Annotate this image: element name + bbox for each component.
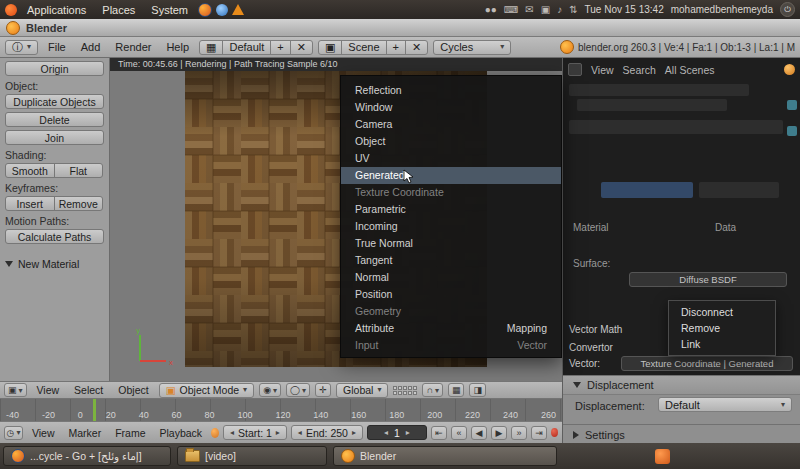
timeline-frame-menu[interactable]: Frame	[110, 427, 150, 439]
mail-tray-icon[interactable]: ✉	[525, 4, 533, 15]
timeline-marker-menu[interactable]: Marker	[63, 427, 106, 439]
view-menu[interactable]: View	[32, 384, 65, 396]
join-button[interactable]: Join	[5, 130, 104, 145]
layers-grid[interactable]	[393, 386, 417, 395]
menu-item-remove[interactable]: Remove	[669, 320, 775, 336]
current-frame-field[interactable]: ◂1▸	[367, 425, 427, 440]
jump-to-end-button[interactable]: ⇥	[531, 426, 547, 440]
outliner-row[interactable]	[569, 84, 749, 96]
outliner-row[interactable]	[577, 99, 727, 111]
record-button[interactable]	[551, 428, 558, 437]
menu-item-position[interactable]: Position	[341, 286, 561, 303]
layout-name[interactable]: Default	[222, 40, 271, 55]
volume-tray-icon[interactable]: ♪	[557, 4, 562, 15]
material-slot-button[interactable]	[699, 182, 779, 198]
menu-item-object[interactable]: Object	[341, 133, 561, 150]
manipulator-button[interactable]: ✛	[315, 383, 331, 397]
layout-delete-button[interactable]: ✕	[290, 40, 313, 55]
surface-shader-button[interactable]: Diffuse BSDF	[629, 272, 787, 287]
viewport-shading-button[interactable]: ◉▾	[259, 383, 281, 397]
menu-item-window[interactable]: Window	[341, 99, 561, 116]
snap-element-button[interactable]: ▦	[448, 383, 465, 397]
settings-section-header[interactable]: Settings	[563, 424, 800, 444]
help-menu[interactable]: Help	[161, 41, 194, 53]
object-menu[interactable]: Object	[113, 384, 153, 396]
scene-browse-icon[interactable]: ▣	[318, 40, 342, 55]
firefox-launcher-icon[interactable]	[198, 3, 212, 17]
menu-item-attribute[interactable]: Attribute Mapping	[341, 320, 561, 337]
menu-item-incoming[interactable]: Incoming	[341, 218, 561, 235]
editor-type-button[interactable]: ▣▾	[4, 383, 27, 397]
browser-launcher-icon[interactable]	[216, 4, 228, 16]
smooth-button[interactable]: Smooth	[5, 163, 55, 178]
clock-text[interactable]: Tue Nov 15 13:42	[585, 4, 664, 15]
render-opengl-button[interactable]: ◨	[469, 383, 486, 397]
menu-item-true-normal[interactable]: True Normal	[341, 235, 561, 252]
messenger-tray-icon[interactable]: ●●	[485, 4, 497, 15]
outliner-view-menu[interactable]: View	[591, 64, 614, 76]
scene-add-button[interactable]: +	[386, 40, 406, 55]
displacement-section-header[interactable]: Displacement	[563, 375, 800, 395]
collapse-icon[interactable]	[787, 126, 797, 136]
menu-item-reflection[interactable]: Reflection	[341, 82, 561, 99]
layout-add-button[interactable]: +	[270, 40, 290, 55]
keyboard-indicator-icon[interactable]: ⌨	[504, 4, 518, 15]
scene-name[interactable]: Scene	[341, 40, 386, 55]
next-keyframe-button[interactable]: »	[511, 426, 527, 440]
flat-button[interactable]: Flat	[54, 163, 104, 178]
scene-delete-button[interactable]: ✕	[405, 40, 428, 55]
timeline-view-menu[interactable]: View	[27, 427, 60, 439]
delete-button[interactable]: Delete	[5, 112, 104, 127]
new-material-section-header[interactable]: New Material	[5, 258, 104, 270]
menu-item-link[interactable]: Link	[669, 336, 775, 352]
outliner-search-menu[interactable]: Search	[623, 64, 656, 76]
jump-to-start-button[interactable]: ⇤	[431, 426, 447, 440]
end-frame-field[interactable]: ◂End: 250▸	[291, 425, 363, 440]
taskbar-window-browser[interactable]: ...cycle - Go + [إماء وئلح]	[3, 446, 171, 466]
add-menu[interactable]: Add	[76, 41, 106, 53]
timeline-ruler[interactable]: -40-20 020 4060 80100 120140 160180 2002…	[0, 399, 562, 422]
render-menu[interactable]: Render	[110, 41, 156, 53]
power-menu-icon[interactable]: ⏻	[780, 2, 795, 17]
select-menu[interactable]: Select	[69, 384, 108, 396]
menu-item-parametric[interactable]: Parametric	[341, 201, 561, 218]
menu-item-tangent[interactable]: Tangent	[341, 252, 561, 269]
menu-item-disconnect[interactable]: Disconnect	[669, 304, 775, 320]
remove-keyframe-button[interactable]: Remove	[54, 196, 104, 211]
play-reverse-button[interactable]: ◀	[471, 426, 487, 440]
vector-value-button[interactable]: Texture Coordinate | Generated	[621, 356, 793, 371]
menu-item-mapping[interactable]: Mapping	[507, 320, 547, 337]
editor-type-button[interactable]: ◷▾	[4, 426, 23, 440]
duplicate-objects-button[interactable]: Duplicate Objects	[5, 94, 104, 109]
snap-magnet-button[interactable]: ∩▾	[422, 383, 442, 397]
menu-item-generated[interactable]: Generated	[341, 167, 561, 184]
timeline-playback-menu[interactable]: Playback	[155, 427, 208, 439]
taskbar-window-video-folder[interactable]: [video]	[177, 446, 327, 466]
notification-tray-icon[interactable]	[655, 449, 670, 464]
calculate-paths-button[interactable]: Calculate Paths	[5, 229, 104, 244]
menu-item-camera[interactable]: Camera	[341, 116, 561, 133]
vlc-launcher-icon[interactable]	[232, 4, 244, 15]
system-menu[interactable]: System	[145, 4, 194, 16]
render-engine-dropdown[interactable]: Cycles▾	[433, 40, 511, 55]
displacement-dropdown[interactable]: Default▾	[658, 397, 792, 412]
taskbar-window-blender[interactable]: Blender	[333, 446, 557, 466]
file-menu[interactable]: File	[43, 41, 71, 53]
ubuntu-logo-icon[interactable]	[5, 4, 17, 16]
prev-keyframe-button[interactable]: «	[451, 426, 467, 440]
vector-math-menu-item[interactable]: Vector Math	[569, 324, 622, 335]
preview-range-icon[interactable]	[211, 428, 219, 438]
properties-tab-strip[interactable]	[569, 120, 783, 134]
mode-dropdown[interactable]: ▣ Object Mode▾	[159, 383, 254, 398]
places-menu[interactable]: Places	[96, 4, 141, 16]
insert-keyframe-button[interactable]: Insert	[5, 196, 55, 211]
network-tray-icon[interactable]: ⇅	[569, 4, 577, 15]
outliner-display-dropdown[interactable]: All Scenes	[665, 64, 715, 76]
convertor-menu-item[interactable]: Convertor	[569, 342, 613, 353]
layout-browse-icon[interactable]: ▦	[199, 40, 223, 55]
menu-item-uv[interactable]: UV	[341, 150, 561, 167]
material-slot-highlight[interactable]	[601, 182, 693, 198]
collapse-icon[interactable]	[787, 100, 797, 110]
orientation-dropdown[interactable]: Global▾	[336, 383, 388, 398]
applications-menu[interactable]: Applications	[21, 4, 92, 16]
